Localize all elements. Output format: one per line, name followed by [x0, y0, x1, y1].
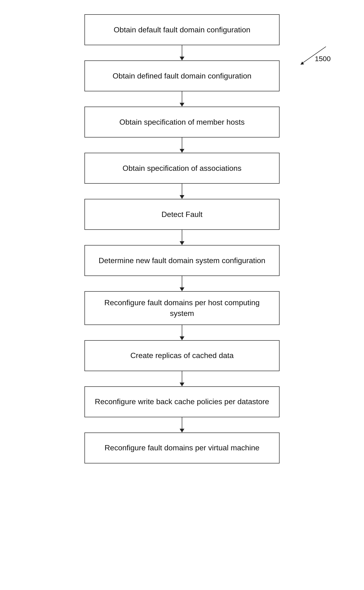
arrow-line-6: [182, 276, 182, 287]
box-reconfigure-fault-domains-vm: Reconfigure fault domains per virtual ma…: [84, 433, 280, 463]
box-obtain-defined-fault-domain: Obtain defined fault domain configuratio…: [84, 60, 280, 91]
arrow-head-1: [180, 57, 184, 60]
box-6-text: Determine new fault domain system config…: [99, 255, 266, 266]
box-reconfigure-write-back: Reconfigure write back cache policies pe…: [84, 386, 280, 417]
arrow-9: [180, 417, 184, 433]
box-obtain-spec-associations: Obtain specification of associations: [84, 153, 280, 184]
box-4-text: Obtain specification of associations: [123, 163, 241, 174]
arrow-line-1: [182, 45, 182, 57]
arrow-head-3: [180, 149, 184, 153]
arrow-6: [180, 276, 184, 291]
box-obtain-spec-member-hosts: Obtain specification of member hosts: [84, 107, 280, 137]
box-5-text: Detect Fault: [162, 209, 203, 220]
arrow-7: [180, 325, 184, 340]
arrow-head-5: [180, 241, 184, 245]
arrow-line-9: [182, 417, 182, 429]
arrow-head-2: [180, 103, 184, 107]
diagram-container: 1500 Obtain default fault domain configu…: [0, 0, 364, 478]
box-detect-fault: Detect Fault: [84, 199, 280, 230]
arrow-head-8: [180, 383, 184, 386]
box-create-replicas: Create replicas of cached data: [84, 340, 280, 371]
box-2-text: Obtain defined fault domain configuratio…: [112, 71, 252, 81]
arrow-head-6: [180, 287, 184, 291]
arrow-line-8: [182, 371, 182, 383]
arrow-line-4: [182, 184, 182, 195]
box-obtain-default-fault-domain: Obtain default fault domain configuratio…: [84, 14, 280, 45]
box-determine-new-fault-domain: Determine new fault domain system config…: [84, 245, 280, 276]
arrow-line-5: [182, 230, 182, 241]
box-reconfigure-fault-domains-host: Reconfigure fault domains per host compu…: [84, 291, 280, 325]
arrow-2: [180, 91, 184, 107]
arrow-line-2: [182, 91, 182, 103]
arrow-4: [180, 184, 184, 199]
box-10-text: Reconfigure fault domains per virtual ma…: [105, 442, 260, 453]
arrow-head-7: [180, 336, 184, 340]
box-8-text: Create replicas of cached data: [130, 350, 234, 361]
arrow-line-3: [182, 137, 182, 149]
box-9-text: Reconfigure write back cache policies pe…: [95, 396, 269, 407]
diagram-label: 1500: [315, 55, 331, 63]
arrow-head-4: [180, 195, 184, 199]
arrow-line-7: [182, 325, 182, 336]
arrow-8: [180, 371, 184, 386]
box-1-text: Obtain default fault domain configuratio…: [114, 25, 251, 35]
arrow-1: [180, 45, 184, 60]
arrow-head-9: [180, 429, 184, 433]
arrow-5: [180, 230, 184, 245]
box-3-text: Obtain specification of member hosts: [119, 117, 245, 128]
arrow-3: [180, 137, 184, 153]
box-7-text: Reconfigure fault domains per host compu…: [94, 297, 270, 319]
